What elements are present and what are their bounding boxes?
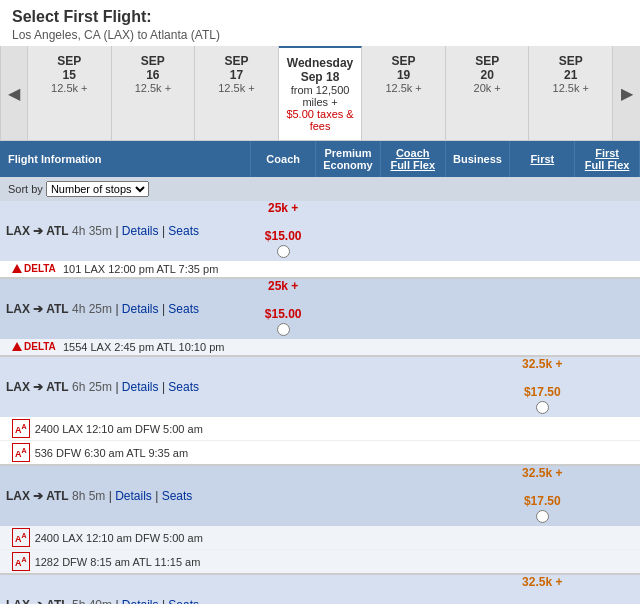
segment-row-1-0: DELTA 1554 LAX 2:45 pm ATL 10:10 pm [0,339,640,356]
date-miles: 12.5k + [32,82,107,94]
route-row-0: LAX ➔ ATL 4h 35m | Details | Seats 25k +… [0,201,640,261]
seats-link-1[interactable]: Seats [168,302,199,316]
flight-radio-1[interactable] [277,323,290,336]
next-date-arrow[interactable]: ▶ [612,46,640,140]
coach-flex-price-header-4 [380,574,445,604]
details-link-0[interactable]: Details [122,224,159,238]
route-info-cell-0: LAX ➔ ATL 4h 35m | Details | Seats [0,201,251,261]
dep-airport-0-0: LAX [84,263,105,275]
route-label-3: LAX ➔ ATL [6,489,69,503]
date-miles: 12.5k + [366,82,441,94]
first-flex-price-header-3 [575,465,640,526]
segment-detail-2-0: AA 2400 LAX 12:10 am DFW 5:00 am [0,417,640,441]
arr-time-1-0: 10:10 pm [179,341,225,353]
business-price-header-3 [445,465,510,526]
date-cell-20[interactable]: SEP2020k + [446,46,530,140]
arr-time-0-0: 7:35 pm [179,263,219,275]
col-premium-economy: PremiumEconomy [316,141,381,177]
flight-number-2-0: 2400 [35,423,59,435]
date-cell-19[interactable]: SEP1912.5k + [362,46,446,140]
sort-label: Sort by [8,183,46,195]
first-flex-price-header-2 [575,356,640,417]
date-miles: 12.5k + [116,82,191,94]
date-month: SEP16 [116,54,191,82]
route-label-0: LAX ➔ ATL [6,224,69,238]
arr-airport-3-1: ATL [132,556,151,568]
date-month: SEP20 [450,54,525,82]
first-flex-price-header-4 [575,574,640,604]
aa-logo: AA [12,443,30,462]
first-flex-price-header-1 [575,278,640,339]
coach-flex-price-header-1 [380,278,445,339]
date-month: SEP15 [32,54,107,82]
selected-taxes: $5.00 taxes & fees [283,108,358,132]
segment-row-0-0: DELTA 101 LAX 12:00 pm ATL 7:35 pm [0,261,640,278]
segment-detail-3-1: AA 1282 DFW 8:15 am ATL 11:15 am [0,550,640,575]
route-row-1: LAX ➔ ATL 4h 25m | Details | Seats 25k +… [0,278,640,339]
details-link-2[interactable]: Details [122,380,159,394]
business-price-header-0 [445,201,510,261]
premium-price-header-2 [316,356,381,417]
flight-first-radio-2[interactable] [536,401,549,414]
seats-link-0[interactable]: Seats [168,224,199,238]
details-link-1[interactable]: Details [122,302,159,316]
coach-flex-price-header-0 [380,201,445,261]
business-price-header-1 [445,278,510,339]
route-label-4: LAX ➔ ATL [6,598,69,604]
dep-airport-2-1: DFW [56,447,81,459]
business-price-header-2 [445,356,510,417]
flight-number-2-1: 536 [35,447,53,459]
dep-time-3-1: 8:15 am [90,556,130,568]
segment-row-2-0: AA 2400 LAX 12:10 am DFW 5:00 am [0,417,640,441]
seats-link-2[interactable]: Seats [168,380,199,394]
arr-airport-1-0: ATL [157,341,176,353]
aa-logo: AA [12,528,30,547]
duration-4: 5h 40m [72,598,112,604]
flight-first-radio-3[interactable] [536,510,549,523]
details-link-3[interactable]: Details [115,489,152,503]
col-flight-info: Flight Information [0,141,251,177]
arr-time-3-1: 11:15 am [155,556,201,568]
dep-airport-2-0: LAX [62,423,83,435]
flight-number-3-0: 2400 [35,532,59,544]
col-first: First [510,141,575,177]
delta-logo: DELTA [12,263,56,274]
date-cells: SEP1512.5k +SEP1612.5k +SEP1712.5k +Wedn… [28,46,612,140]
seats-link-3[interactable]: Seats [162,489,193,503]
date-month: SEP19 [366,54,441,82]
dep-time-2-1: 6:30 am [84,447,124,459]
route-label-2: LAX ➔ ATL [6,380,69,394]
selected-date-label: Wednesday Sep 18 [283,56,358,84]
dep-time-0-0: 12:00 pm [108,263,154,275]
sort-cell: Sort by Number of stops [0,177,640,201]
seats-link-4[interactable]: Seats [168,598,199,604]
date-cell-15[interactable]: SEP1512.5k + [28,46,112,140]
first-price-header-3: 32.5k +$17.50 [510,465,575,526]
route-label-1: LAX ➔ ATL [6,302,69,316]
date-cell-17[interactable]: SEP1712.5k + [195,46,279,140]
prev-date-arrow[interactable]: ◀ [0,46,28,140]
arr-time-3-0: 5:00 am [163,532,203,544]
coach-price-header-3 [251,465,316,526]
details-link-4[interactable]: Details [122,598,159,604]
premium-price-header-3 [316,465,381,526]
dep-time-1-0: 2:45 pm [114,341,154,353]
sort-row: Sort by Number of stops [0,177,640,201]
arr-airport-2-0: DFW [135,423,160,435]
duration-0: 4h 35m [72,224,112,238]
flight-number-3-1: 1282 [35,556,59,568]
col-coach-full-flex: CoachFull Flex [380,141,445,177]
flight-number-1-0: 1554 [63,341,87,353]
coach-flex-price-header-3 [380,465,445,526]
first-price-header-0 [510,201,575,261]
coach-price-header-2 [251,356,316,417]
flight-number-0-0: 101 [63,263,81,275]
flight-radio-0[interactable] [277,245,290,258]
date-cell-18[interactable]: Wednesday Sep 18from 12,500 miles +$5.00… [279,46,363,140]
date-cell-16[interactable]: SEP1612.5k + [112,46,196,140]
sort-select[interactable]: Number of stops [46,181,149,197]
route-row-4: LAX ➔ ATL 5h 40m | Details | Seats 32.5k… [0,574,640,604]
col-business: Business [445,141,510,177]
date-cell-21[interactable]: SEP2112.5k + [529,46,612,140]
dep-time-2-0: 12:10 am [86,423,132,435]
